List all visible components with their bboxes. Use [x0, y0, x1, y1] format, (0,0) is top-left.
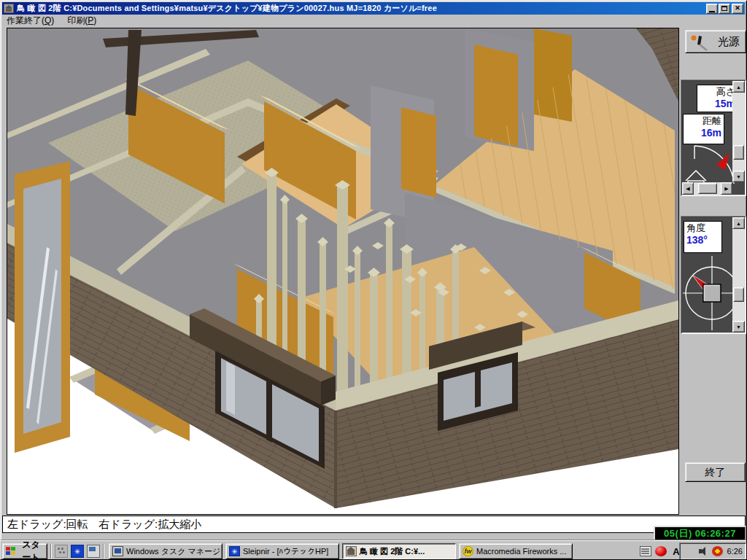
status-bar: 左ドラッグ:回転 右ドラッグ:拡大縮小 — [2, 516, 746, 533]
angle-panel: 角度 138° ▲ ▼ — [681, 216, 746, 334]
height-distance-panel: 高さ 15m 距離 16m ▲ ▼ ◀ ▶ — [681, 79, 746, 196]
orange-wall — [534, 28, 572, 122]
title-bar[interactable]: 鳥 瞰 図 2階 C:¥Documents and Settings¥matsu… — [2, 2, 745, 15]
window-mullion — [266, 381, 272, 443]
task-button-sleipnir[interactable]: ✳ Sleipnir - [ﾊウテックHP] — [225, 543, 339, 559]
taskbar-separator — [103, 544, 104, 559]
sleipnir-icon: ✳ — [229, 546, 240, 556]
fireworks-icon: fw — [462, 546, 473, 556]
distance-value: 16m — [686, 127, 721, 139]
height-scroll-thumb[interactable] — [733, 145, 744, 160]
keyboard-tray-icon[interactable] — [640, 546, 651, 556]
task-button-birdview-active[interactable]: 鳥 瞰 図 2階 C:¥... — [342, 543, 456, 559]
light-source-button[interactable]: 光源 — [685, 30, 746, 53]
orange-door — [401, 107, 436, 198]
height-label: 高さ — [700, 86, 735, 98]
window-streak — [226, 362, 235, 415]
light-source-icon — [690, 34, 709, 51]
system-tray: 6:26 — [679, 542, 746, 560]
close-icon[interactable]: ✕ — [732, 4, 743, 14]
stud-column — [337, 183, 348, 409]
angle-scroll-up[interactable]: ▲ — [732, 217, 745, 229]
angle-value: 138° — [686, 234, 719, 246]
quick-launch-icon-1[interactable] — [55, 545, 68, 558]
window-title: 鳥 瞰 図 2階 C:¥Documents and Settings¥matsu… — [17, 3, 437, 14]
app-icon — [4, 4, 14, 13]
menu-bar: 作業終了(Q) 印刷(P) — [2, 15, 745, 27]
exit-button[interactable]: 終了 — [685, 462, 746, 482]
height-scroll-down[interactable]: ▼ — [732, 171, 745, 182]
distance-scroll-thumb[interactable] — [698, 183, 717, 194]
angle-scroll-thumb[interactable] — [733, 287, 744, 302]
compass-center-handle — [703, 284, 721, 302]
taskbar-separator — [50, 544, 52, 559]
red-ball-tray-icon[interactable] — [655, 546, 667, 556]
angle-scrollbar[interactable]: ▲ ▼ — [732, 217, 745, 332]
menu-item-print[interactable]: 印刷(P) — [67, 15, 96, 27]
height-scroll-up[interactable]: ▲ — [732, 81, 745, 93]
antivirus-tray-icon[interactable] — [712, 546, 723, 556]
distance-scrollbar[interactable]: ◀ ▶ — [682, 182, 732, 195]
distance-scroll-left[interactable]: ◀ — [682, 182, 694, 195]
corner-edge — [334, 411, 337, 508]
distance-readout: 距離 16m — [683, 114, 724, 144]
orange-door — [474, 44, 518, 147]
show-desktop-icon[interactable] — [87, 545, 100, 558]
distance-label: 距離 — [686, 115, 721, 127]
3d-viewport-scene[interactable] — [7, 28, 678, 514]
height-value: 15m — [700, 98, 735, 110]
start-button[interactable]: スタート — [2, 543, 47, 559]
camera-direction-arrow — [716, 153, 729, 171]
task-button-fireworks[interactable]: fw Macromedia Fireworks ... — [459, 543, 573, 559]
speaker-icon[interactable] — [698, 546, 709, 556]
angle-label: 角度 — [686, 222, 719, 234]
height-scrollbar[interactable]: ▲ ▼ — [732, 81, 745, 182]
task-button-task-manager[interactable]: Windows タスク マネージャ — [109, 543, 222, 559]
windows-logo-icon — [6, 547, 16, 556]
stud-column — [355, 249, 360, 408]
sleipnir-quicklaunch-icon[interactable]: ✳ — [71, 545, 84, 558]
minimize-button[interactable] — [706, 4, 718, 14]
birdview-app-icon — [346, 546, 357, 556]
window-mullion — [475, 368, 481, 408]
menu-item-quit[interactable]: 作業終了(Q) — [7, 15, 54, 27]
distance-scroll-right[interactable]: ▶ — [721, 182, 732, 195]
3d-viewport[interactable] — [7, 28, 679, 515]
clock-overlay: 05(日) 06:26:27 — [654, 526, 746, 541]
taskbar: スタート ✳ Windows タスク マネージャ ✳ Sleipnir - [ﾊ… — [1, 540, 747, 560]
tray-clock[interactable]: 6:26 — [727, 547, 743, 556]
task-manager-icon — [112, 546, 123, 556]
angle-readout: 角度 138° — [684, 221, 722, 253]
restore-button[interactable] — [719, 4, 730, 14]
application-window: 鳥 瞰 図 2階 C:¥Documents and Settings¥matsu… — [0, 0, 747, 560]
status-text: 左ドラッグ:回転 右ドラッグ:拡大縮小 — [7, 518, 201, 532]
angle-scroll-down[interactable]: ▼ — [732, 321, 745, 332]
